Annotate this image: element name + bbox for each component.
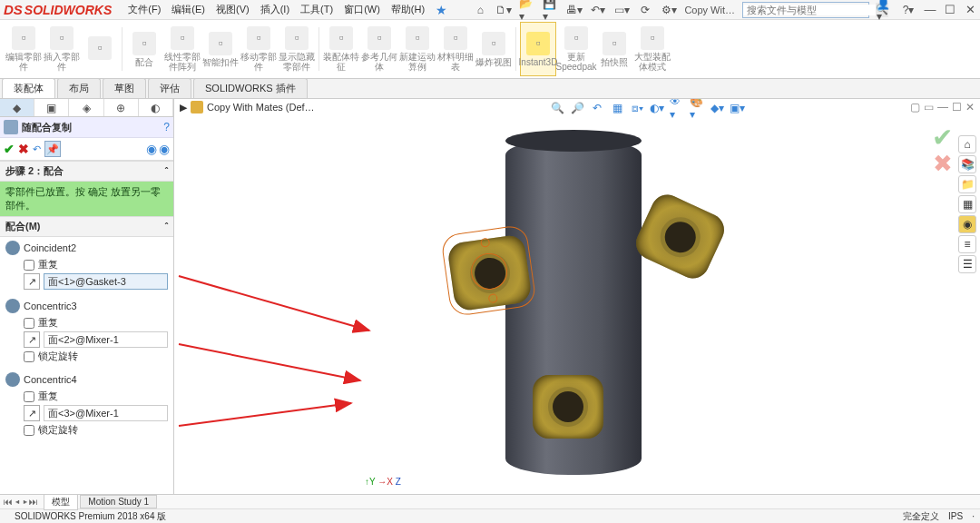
mate-face-field[interactable]: ↗面<2>@Mixer-1: [24, 331, 168, 348]
vp-tile-icon[interactable]: ▢: [910, 101, 920, 113]
vp-max-icon[interactable]: ☐: [952, 101, 962, 113]
lock-rotation-checkbox[interactable]: 锁定旋转: [24, 350, 168, 363]
ribbon-btn-3[interactable]: ▫配合: [126, 22, 162, 76]
dim-tab[interactable]: ⊕: [104, 99, 139, 116]
undo-icon[interactable]: ↶▾: [590, 2, 606, 18]
ribbon-btn-6[interactable]: ▫移动零部件: [240, 22, 277, 76]
pin-button[interactable]: 📌: [44, 141, 61, 157]
close-icon[interactable]: ✕: [960, 3, 980, 16]
scene-icon[interactable]: 🎨▾: [690, 101, 704, 115]
hide-show-icon[interactable]: 👁▾: [670, 101, 684, 115]
ribbon-btn-10[interactable]: ▫新建运动算例: [399, 22, 436, 76]
appearance-icon[interactable]: ◆▾: [710, 101, 724, 115]
ribbon-btn-1[interactable]: ▫插入零部件: [44, 22, 80, 76]
mate-face-field[interactable]: ↗面<3>@Mixer-1: [24, 405, 168, 421]
ribbon-btn-4[interactable]: ▫线性零部件阵列: [164, 22, 201, 76]
tab-model[interactable]: 模型: [44, 494, 78, 510]
menu-tools[interactable]: 工具(T): [295, 1, 338, 18]
repeat-checkbox[interactable]: 重复: [24, 258, 168, 271]
resources-icon[interactable]: ⌂: [958, 135, 976, 153]
vp-min-icon[interactable]: —: [937, 101, 948, 113]
ribbon-btn-0[interactable]: ▫编辑零部件: [5, 22, 42, 76]
appearances-icon[interactable]: ◉: [958, 215, 976, 233]
ribbon-btn-5[interactable]: ▫智能扣件: [202, 22, 239, 76]
tab-4[interactable]: SOLIDWORKS 插件: [193, 78, 308, 98]
next-step-icon[interactable]: ◉: [159, 142, 170, 156]
section-icon[interactable]: ▦: [610, 101, 624, 115]
prev-view-icon[interactable]: ↶: [590, 101, 604, 115]
tab-0[interactable]: 装配体: [2, 78, 55, 98]
undo-pm-icon[interactable]: ↶: [33, 143, 41, 155]
face-picker-icon[interactable]: ↗: [24, 273, 40, 290]
menu-view[interactable]: 视图(V): [211, 1, 255, 18]
display-tab[interactable]: ◐: [139, 99, 173, 116]
design-lib-icon[interactable]: 📚: [958, 155, 976, 173]
mate-face-value[interactable]: 面<1>@Gasket-3: [44, 273, 168, 290]
select-icon[interactable]: ▭▾: [613, 2, 630, 18]
config-tab[interactable]: ◈: [69, 99, 103, 116]
face-picker-icon[interactable]: ↗: [24, 331, 40, 348]
custom-props-icon[interactable]: ≡: [958, 235, 976, 253]
options-icon[interactable]: ⚙▾: [661, 2, 677, 18]
confirm-check-icon[interactable]: ✔: [932, 123, 953, 153]
ribbon-btn-2[interactable]: ▫: [82, 22, 118, 76]
pm-help-icon[interactable]: ?: [163, 121, 170, 133]
pm-tab[interactable]: ▣: [34, 99, 69, 116]
tab-motion-study[interactable]: Motion Study 1: [80, 495, 157, 508]
vp-close-icon[interactable]: ✕: [965, 101, 975, 113]
render-icon[interactable]: ▣▾: [730, 101, 744, 115]
mate-face-value[interactable]: 面<2>@Mixer-1: [44, 331, 168, 348]
cancel-button[interactable]: ✖: [18, 142, 29, 156]
face-picker-icon[interactable]: ↗: [24, 405, 40, 421]
rebuild-icon[interactable]: ⟳: [637, 2, 653, 18]
star-icon[interactable]: ★: [436, 3, 447, 17]
view-orient-icon[interactable]: ⧈▾: [630, 101, 644, 115]
save-icon[interactable]: 💾▾: [543, 2, 559, 18]
prev-step-icon[interactable]: ◉: [146, 142, 157, 156]
menu-help[interactable]: 帮助(H): [386, 1, 430, 18]
confirm-cancel-icon[interactable]: ✖: [933, 150, 953, 178]
ribbon-btn-12[interactable]: ▫爆炸视图: [475, 22, 512, 76]
maximize-icon[interactable]: ☐: [940, 3, 960, 16]
mate-face-field[interactable]: ↗面<1>@Gasket-3: [24, 273, 168, 290]
search-input[interactable]: [743, 5, 876, 15]
graphics-viewport[interactable]: ▶ Copy With Mates (Def… 🔍 🔎 ↶ ▦ ⧈▾ ◐▾ 👁▾…: [174, 99, 980, 494]
ribbon-btn-16[interactable]: ▫大型装配体模式: [634, 22, 671, 76]
vp-restore-icon[interactable]: ▭: [924, 101, 934, 113]
zoom-fit-icon[interactable]: 🔍: [550, 101, 564, 115]
ribbon-btn-8[interactable]: ▫装配体特征: [323, 22, 359, 76]
menu-file[interactable]: 文件(F): [122, 1, 166, 18]
tab-2[interactable]: 草图: [103, 78, 146, 98]
minimize-icon[interactable]: —: [920, 3, 940, 16]
search-box[interactable]: 🔍: [742, 2, 869, 18]
ribbon-btn-14[interactable]: ▫更新Speedpak: [558, 22, 594, 76]
view-palette-icon[interactable]: ▦: [958, 195, 976, 213]
ok-button[interactable]: ✔: [4, 142, 15, 156]
help-icon[interactable]: ?▾: [900, 2, 916, 18]
tab-1[interactable]: 布局: [57, 78, 101, 98]
zoom-area-icon[interactable]: 🔎: [570, 101, 584, 115]
display-style-icon[interactable]: ◐▾: [650, 101, 664, 115]
feature-tree-tab[interactable]: ◆: [0, 99, 34, 116]
ribbon-btn-7[interactable]: ▫显示隐藏零部件: [279, 22, 315, 76]
breadcrumb[interactable]: ▶ Copy With Mates (Def…: [180, 101, 315, 113]
ribbon-btn-15[interactable]: ▫拍快照: [596, 22, 632, 76]
user-icon[interactable]: 👤▾: [877, 2, 893, 18]
tab-3[interactable]: 评估: [148, 78, 191, 98]
menu-edit[interactable]: 编辑(E): [166, 1, 211, 18]
sheet-nav[interactable]: ⏮ ◀ ▶ ⏭: [4, 497, 38, 507]
lock-rotation-checkbox[interactable]: 锁定旋转: [24, 423, 168, 437]
ribbon-btn-13[interactable]: ▫Instant3D: [520, 22, 556, 76]
file-explorer-icon[interactable]: 📁: [958, 175, 976, 193]
print-icon[interactable]: 🖶▾: [566, 2, 583, 18]
home-icon[interactable]: ⌂: [472, 2, 488, 18]
ribbon-btn-11[interactable]: ▫材料明细表: [437, 22, 474, 76]
repeat-checkbox[interactable]: 重复: [24, 316, 168, 330]
mates-header[interactable]: 配合(M) ˆ: [0, 216, 173, 237]
forum-icon[interactable]: ☰: [958, 255, 976, 273]
step-header[interactable]: 步骤 2：配合 ˆ: [0, 161, 173, 182]
ribbon-btn-9[interactable]: ▫参考几何体: [361, 22, 397, 76]
new-icon[interactable]: 🗋▾: [495, 2, 512, 18]
repeat-checkbox[interactable]: 重复: [24, 390, 168, 403]
mate-face-value[interactable]: 面<3>@Mixer-1: [44, 405, 168, 421]
